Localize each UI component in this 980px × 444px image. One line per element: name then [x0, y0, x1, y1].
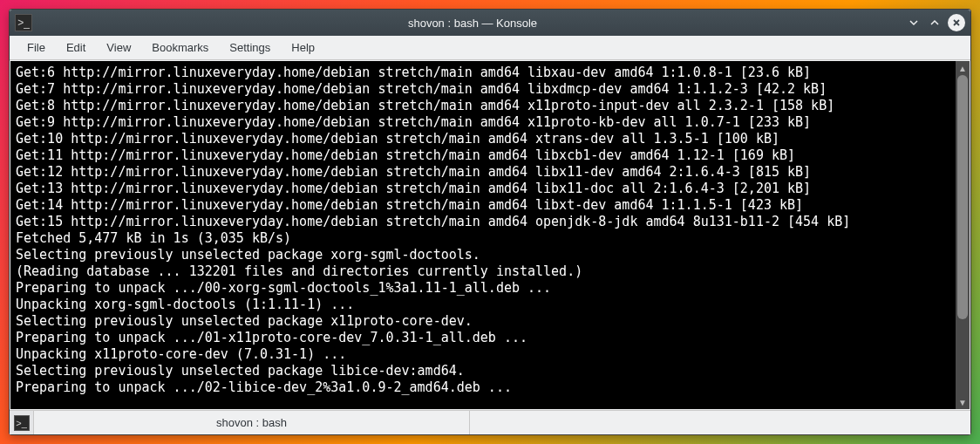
konsole-window: >_ shovon : bash — Konsole File Edit Vie… [9, 9, 971, 435]
menu-file[interactable]: File [17, 38, 56, 58]
menu-view[interactable]: View [96, 38, 141, 58]
terminal-output[interactable]: Get:6 http://mirror.linuxeveryday.home/d… [10, 61, 956, 409]
window-title: shovon : bash — Konsole [39, 17, 906, 30]
menu-settings[interactable]: Settings [219, 38, 281, 58]
minimize-button[interactable] [906, 15, 922, 31]
terminal-icon: >_ [14, 415, 30, 431]
titlebar[interactable]: >_ shovon : bash — Konsole [10, 10, 970, 36]
menu-help[interactable]: Help [281, 38, 325, 58]
scrollbar[interactable]: ▲ ▼ [956, 61, 970, 409]
maximize-button[interactable] [927, 15, 943, 31]
menu-bookmarks[interactable]: Bookmarks [141, 38, 219, 58]
menu-edit[interactable]: Edit [56, 38, 96, 58]
app-icon: >_ [15, 14, 32, 31]
tab-label: shovon : bash [216, 416, 287, 429]
terminal-area: Get:6 http://mirror.linuxeveryday.home/d… [10, 61, 970, 409]
scroll-thumb[interactable] [957, 75, 968, 319]
scroll-down-arrow[interactable]: ▼ [956, 395, 970, 409]
window-controls [906, 14, 965, 31]
scroll-up-arrow[interactable]: ▲ [956, 61, 970, 75]
tabbar: >_ shovon : bash [10, 410, 970, 434]
close-button[interactable] [948, 14, 965, 31]
menubar: File Edit View Bookmarks Settings Help [10, 36, 970, 60]
tab-icon-box[interactable]: >_ [10, 411, 34, 434]
tab-shovon-bash[interactable]: shovon : bash [34, 411, 470, 434]
